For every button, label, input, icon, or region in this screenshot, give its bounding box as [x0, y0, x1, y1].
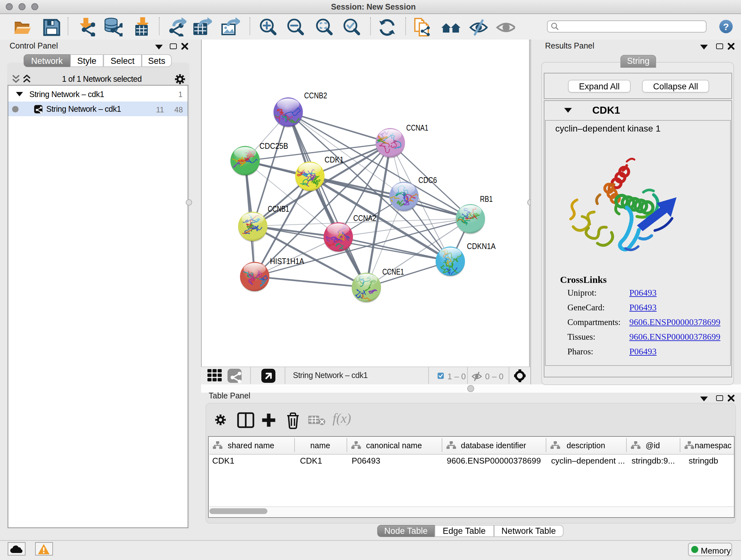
- svg-text:CDC25B: CDC25B: [259, 141, 288, 151]
- svg-text:HIST1H1A: HIST1H1A: [270, 256, 305, 266]
- svg-text:RB1: RB1: [480, 194, 493, 204]
- svg-text:CDK1: CDK1: [325, 155, 344, 165]
- svg-text:CCNE1: CCNE1: [382, 267, 404, 276]
- svg-text:CDKN1A: CDKN1A: [467, 241, 496, 251]
- svg-text:CCNB2: CCNB2: [304, 91, 327, 100]
- svg-text:CCNA2: CCNA2: [353, 213, 376, 223]
- svg-text:CDC6: CDC6: [418, 175, 437, 185]
- svg-text:CCNB1: CCNB1: [268, 204, 289, 213]
- svg-text:CCNA1: CCNA1: [406, 123, 428, 132]
